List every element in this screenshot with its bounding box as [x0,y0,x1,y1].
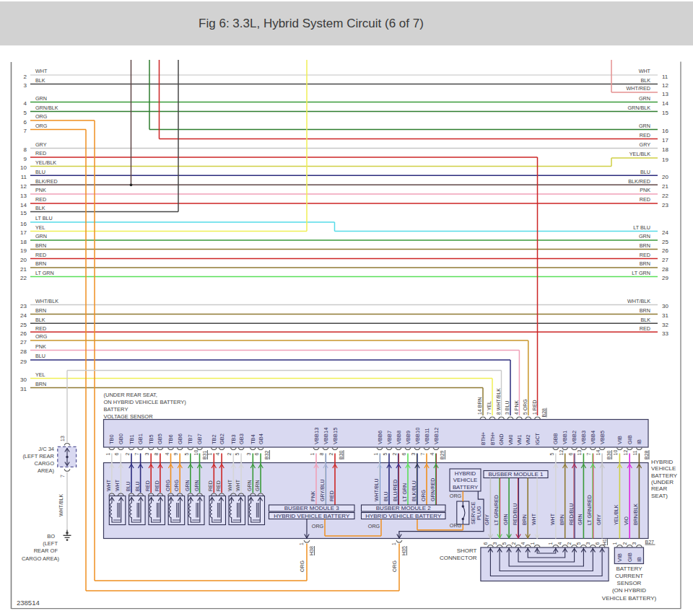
svg-text:12: 12 [20,183,27,190]
svg-text:LT BLU: LT BLU [633,224,650,231]
svg-text:SEAT): SEAT) [651,493,668,499]
svg-text:CARGO: CARGO [34,460,54,467]
svg-text:B31: B31 [202,450,207,459]
svg-text:24: 24 [662,229,668,236]
svg-text:BUSBER MODULE 1: BUSBER MODULE 1 [488,471,544,478]
svg-text:RED: RED [35,325,46,332]
svg-text:GBB: GBB [552,433,559,444]
svg-text:BTH+: BTH+ [490,432,495,445]
svg-text:(UNDER: (UNDER [651,479,674,485]
svg-text:2: 2 [24,74,27,80]
svg-text:6: 6 [24,119,27,126]
svg-text:WHT: WHT [227,479,232,491]
svg-text:31: 31 [20,386,27,392]
svg-text:23: 23 [20,303,27,309]
svg-text:32: 32 [662,322,668,328]
svg-text:29: 29 [20,358,27,365]
svg-text:30: 30 [20,377,27,383]
svg-text:B28: B28 [644,450,649,459]
svg-text:22: 22 [662,193,668,199]
svg-text:VBB5: VBB5 [599,431,606,444]
svg-text:5: 5 [576,542,581,545]
svg-text:LT BLU: LT BLU [35,215,53,221]
svg-text:4: 4 [24,100,27,107]
svg-text:GB6: GB6 [177,434,183,444]
svg-text:GRN: GRN [639,95,650,102]
svg-text:HYBRID: HYBRID [651,459,673,465]
svg-text:BUSBER MODULE 2: BUSBER MODULE 2 [376,505,432,511]
svg-text:2: 2 [392,453,397,456]
svg-text:WHT/BLK: WHT/BLK [627,298,650,304]
svg-text:2: 2 [125,453,130,456]
svg-text:(LEFT REAR: (LEFT REAR [22,453,54,459]
svg-text:VOLTAGE SENSOR: VOLTAGE SENSOR [104,413,154,420]
svg-text:GRN/RED: GRN/RED [430,478,435,501]
svg-text:BLK: BLK [35,205,45,211]
svg-text:VM2: VM2 [526,435,531,446]
svg-text:8: 8 [154,453,159,456]
svg-text:20: 20 [20,257,27,263]
svg-text:2: 2 [622,542,627,545]
svg-text:BLU: BLU [383,491,388,501]
svg-text:1: 1 [530,542,535,545]
svg-text:6: 6 [401,453,406,456]
svg-text:4: 4 [430,453,435,456]
svg-text:29: 29 [662,275,668,281]
svg-text:YEL: YEL [35,371,45,378]
svg-text:7: 7 [420,453,425,456]
svg-text:1: 1 [299,542,304,545]
svg-text:5: 5 [184,453,189,456]
svg-text:31: 31 [662,312,668,319]
svg-text:1 RED: 1 RED [532,400,537,415]
svg-text:WHT: WHT [106,479,111,491]
svg-text:H35: H35 [401,546,406,555]
svg-text:WHT: WHT [115,479,120,491]
svg-text:VM1: VM1 [517,435,522,446]
svg-text:4 PNK: 4 PNK [514,400,519,415]
svg-text:HYBRID VEHICLE BATTERY: HYBRID VEHICLE BATTERY [274,513,350,519]
svg-text:30: 30 [662,303,668,309]
svg-text:GRN/BLK: GRN/BLK [35,105,58,111]
svg-text:LT GRN: LT GRN [35,270,54,276]
svg-text:GRY: GRY [596,514,601,525]
svg-text:BLK/RED: BLK/RED [35,178,58,185]
svg-text:GB2: GB2 [219,434,225,444]
svg-text:J/C 34: J/C 34 [38,446,54,452]
svg-text:28: 28 [20,348,27,355]
svg-text:33: 33 [662,330,668,337]
svg-text:4: 4 [557,542,562,545]
svg-text:ORG: ORG [35,333,48,340]
svg-text:BRN: BRN [522,514,527,525]
svg-text:PNK: PNK [35,187,46,193]
svg-text:GRN: GRN [503,514,508,525]
svg-text:1: 1 [391,542,396,545]
svg-text:BLK/RED: BLK/RED [628,178,650,185]
svg-text:RED: RED [640,132,650,138]
svg-text:8: 8 [24,146,27,153]
svg-text:(ON HYBRID: (ON HYBRID [612,587,646,594]
svg-text:(UNDER REAR SEAT,: (UNDER REAR SEAT, [104,392,157,398]
svg-text:8: 8 [319,453,324,456]
svg-text:4: 4 [215,453,220,456]
svg-text:BATTERY: BATTERY [104,406,128,413]
svg-text:PNK: PNK [35,343,46,350]
svg-text:CONNECTOR: CONNECTOR [440,555,477,561]
svg-text:BLK: BLK [640,317,650,323]
svg-text:GRN: GRN [255,480,260,491]
svg-text:RED: RED [640,196,650,203]
svg-text:13: 13 [662,91,668,97]
svg-text:27: 27 [662,257,668,263]
svg-text:RED/BLU: RED/BLU [513,503,518,525]
svg-text:4: 4 [520,542,526,545]
svg-text:ORG: ORG [392,560,397,572]
svg-text:22: 22 [20,275,27,281]
svg-text:23: 23 [662,202,668,208]
svg-text:2: 2 [511,542,516,545]
svg-text:GB3: GB3 [238,434,245,444]
svg-text:5: 5 [502,542,507,545]
svg-text:HYBRID: HYBRID [455,470,476,477]
svg-text:13: 13 [20,193,27,199]
svg-text:9: 9 [24,156,27,162]
svg-text:GRN: GRN [639,233,650,239]
svg-text:RED: RED [640,252,650,258]
